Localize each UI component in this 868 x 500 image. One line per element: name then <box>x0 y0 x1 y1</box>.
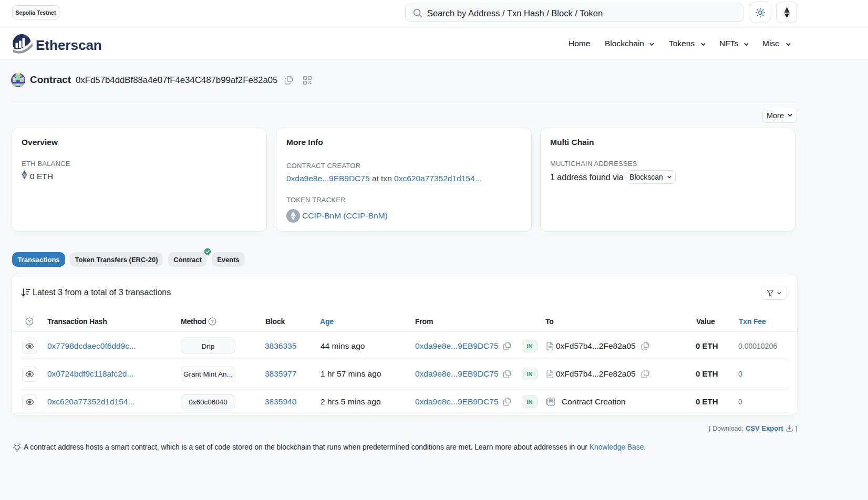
svg-text:?: ? <box>211 319 214 324</box>
svg-text:?: ? <box>28 319 31 324</box>
